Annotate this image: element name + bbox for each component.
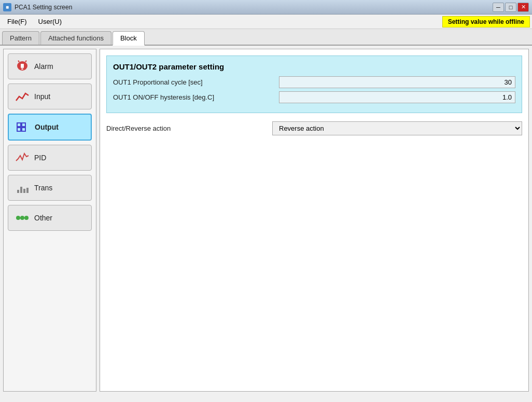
title-bar: ■ PCA1 Setting screen ─ □ ✕	[0, 0, 532, 15]
sidebar-item-output[interactable]: Output	[8, 114, 92, 141]
section-title: OUT1/OUT2 parameter setting	[113, 62, 515, 71]
menu-file[interactable]: File(F)	[2, 16, 32, 27]
tab-pattern[interactable]: Pattern	[2, 31, 39, 45]
trans-label: Trans	[34, 184, 52, 192]
param-row-prop-cycle: OUT1 Proportional cycle [sec]	[113, 76, 515, 88]
action-label: Direct/Reverse action	[106, 124, 272, 132]
output-label: Output	[35, 123, 59, 131]
svg-point-13	[24, 216, 29, 220]
tab-block[interactable]: Block	[113, 31, 145, 46]
svg-rect-5	[17, 128, 21, 131]
svg-rect-4	[22, 123, 25, 127]
svg-rect-2	[21, 68, 23, 70]
sidebar-item-input[interactable]: Input	[8, 84, 92, 109]
pid-label: PID	[34, 154, 46, 162]
sidebar-item-alarm[interactable]: Alarm	[8, 53, 92, 79]
alarm-label: Alarm	[34, 62, 53, 71]
title-controls: ─ □ ✕	[493, 3, 529, 12]
pid-icon	[15, 150, 30, 165]
minimize-button[interactable]: ─	[493, 3, 504, 12]
tab-bar: Pattern Attached functions Block	[0, 29, 532, 46]
app-icon: ■	[3, 3, 11, 11]
prop-cycle-label: OUT1 Proportional cycle [sec]	[113, 78, 279, 86]
content-panel: OUT1/OUT2 parameter setting OUT1 Proport…	[100, 49, 529, 392]
menu-user[interactable]: User(U)	[33, 16, 67, 27]
restore-button[interactable]: □	[505, 3, 516, 12]
output-icon	[15, 120, 31, 134]
hysteresis-label: OUT1 ON/OFF hysteresis [deg.C]	[113, 93, 279, 101]
alarm-icon	[15, 59, 30, 74]
svg-rect-10	[26, 188, 29, 193]
svg-rect-1	[21, 64, 24, 68]
svg-rect-7	[17, 190, 19, 193]
other-icon	[15, 211, 30, 225]
svg-point-11	[16, 216, 20, 220]
svg-rect-9	[23, 189, 25, 193]
hysteresis-input[interactable]	[279, 91, 515, 103]
menu-bar: File(F) User(U) Setting value while offl…	[0, 15, 532, 29]
other-label: Other	[34, 214, 52, 222]
action-row: Direct/Reverse action Direct action Reve…	[106, 121, 522, 135]
main-layout: Alarm Input Output	[0, 46, 532, 395]
prop-cycle-input[interactable]	[279, 76, 515, 88]
sidebar-item-other[interactable]: Other	[8, 205, 92, 231]
window-title: PCA1 Setting screen	[15, 4, 72, 11]
sidebar-item-trans[interactable]: Trans	[8, 175, 92, 201]
input-icon	[15, 89, 30, 104]
param-row-hysteresis: OUT1 ON/OFF hysteresis [deg.C]	[113, 91, 515, 103]
svg-rect-6	[22, 128, 25, 131]
svg-rect-8	[20, 187, 22, 193]
sidebar: Alarm Input Output	[3, 49, 96, 392]
svg-rect-3	[17, 123, 21, 127]
svg-point-12	[20, 216, 24, 220]
menu-items: File(F) User(U)	[2, 16, 67, 27]
tab-attached[interactable]: Attached functions	[40, 31, 111, 45]
title-bar-left: ■ PCA1 Setting screen	[3, 3, 72, 11]
close-button[interactable]: ✕	[517, 3, 529, 12]
action-select[interactable]: Direct action Reverse action	[272, 121, 522, 135]
input-label: Input	[34, 92, 50, 101]
status-badge: Setting value while offline	[442, 16, 530, 27]
param-section: OUT1/OUT2 parameter setting OUT1 Proport…	[106, 56, 522, 113]
trans-icon	[15, 181, 30, 195]
sidebar-item-pid[interactable]: PID	[8, 145, 92, 171]
